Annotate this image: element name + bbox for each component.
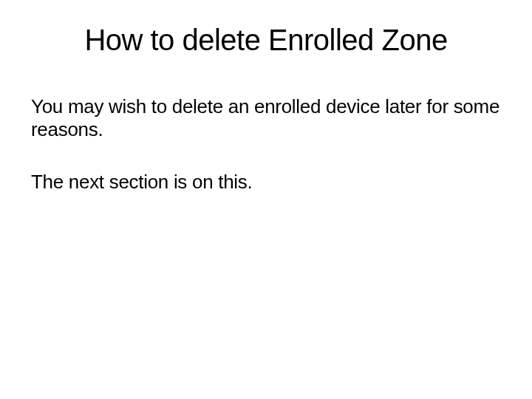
body-paragraph-2: The next section is on this. [31, 171, 501, 194]
slide-title: How to delete Enrolled Zone [31, 24, 501, 57]
body-paragraph-1: You may wish to delete an enrolled devic… [31, 95, 501, 141]
